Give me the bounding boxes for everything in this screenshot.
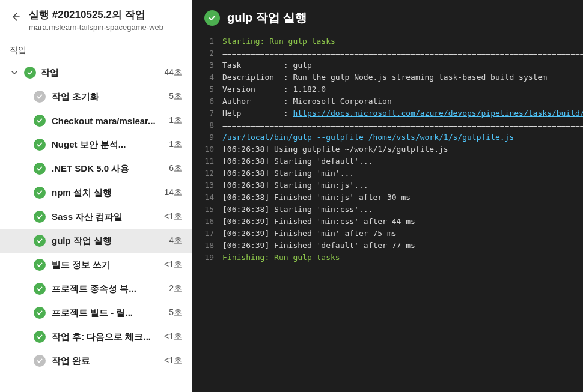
- job-group-label: 작업: [41, 67, 159, 79]
- success-icon: [34, 187, 46, 199]
- job-group-row[interactable]: 작업 44초: [0, 61, 192, 85]
- page-title: 실행 #20210525.2의 작업: [29, 8, 182, 22]
- line-number: 15: [192, 204, 222, 216]
- line-number: 3: [192, 59, 222, 71]
- line-text: Author : Microsoft Corporation: [222, 95, 392, 107]
- success-icon: [34, 259, 46, 271]
- log-line: 2=======================================…: [192, 47, 583, 59]
- task-row[interactable]: 빌드 정보 쓰기<1초: [0, 253, 192, 277]
- task-duration: <1초: [164, 355, 182, 366]
- log-area[interactable]: 1Starting: Run gulp tasks2==============…: [192, 35, 583, 392]
- line-text: ========================================…: [222, 119, 583, 131]
- line-text: [06:26:38] Starting 'default'...: [222, 155, 373, 167]
- line-text: Finishing: Run gulp tasks: [222, 252, 340, 264]
- sidebar: 실행 #20210525.2의 작업 mara.mslearn-tailspin…: [0, 0, 192, 392]
- task-label: 작업 초기화: [52, 91, 163, 103]
- task-label: gulp 작업 실행: [52, 235, 163, 247]
- log-line: 8=======================================…: [192, 119, 583, 131]
- log-line: 16[06:26:39] Finished 'min:css' after 44…: [192, 216, 583, 228]
- line-text: [06:26:39] Finished 'min:css' after 44 m…: [222, 216, 415, 228]
- line-text: Description : Run the gulp Node.js strea…: [222, 71, 547, 83]
- task-label: .NET SDK 5.0 사용: [52, 163, 163, 175]
- task-duration: <1초: [164, 259, 182, 270]
- log-line: 6Author : Microsoft Corporation: [192, 95, 583, 107]
- task-row[interactable]: 프로젝트 빌드 - 릴...5초: [0, 301, 192, 325]
- task-row[interactable]: 프로젝트 종속성 복...2초: [0, 277, 192, 301]
- success-icon: [34, 139, 46, 151]
- log-segment: [06:26:38] Finished 'min:js' after 30 ms: [222, 193, 411, 202]
- task-label: Nuget 보안 분석...: [52, 139, 163, 151]
- line-number: 8: [192, 119, 222, 131]
- log-segment: [06:26:38] Using gulpfile ~/work/1/s/gul…: [222, 145, 448, 154]
- task-label: 프로젝트 종속성 복...: [52, 283, 163, 295]
- line-number: 6: [192, 95, 222, 107]
- success-icon: [204, 10, 220, 26]
- line-number: 5: [192, 83, 222, 95]
- line-text: [06:26:38] Starting 'min'...: [222, 167, 354, 179]
- log-segment: [06:26:38] Starting 'min:css'...: [222, 205, 373, 214]
- task-label: Sass 자산 컴파일: [52, 211, 158, 223]
- chevron-down-icon: [10, 68, 19, 77]
- line-text: [06:26:38] Starting 'min:js'...: [222, 179, 368, 191]
- line-text: [06:26:39] Finished 'min' after 75 ms: [222, 228, 397, 240]
- back-button[interactable]: [10, 10, 22, 24]
- task-duration: 14초: [164, 187, 182, 198]
- log-segment: [06:26:39] Finished 'min' after 75 ms: [222, 229, 397, 238]
- line-text: [06:26:38] Starting 'min:css'...: [222, 204, 373, 216]
- line-number: 16: [192, 216, 222, 228]
- success-icon: [24, 67, 36, 79]
- success-icon: [34, 331, 46, 343]
- line-text: Help : https://docs.microsoft.com/azure/…: [222, 107, 583, 119]
- line-text: Version : 1.182.0: [222, 83, 326, 95]
- log-segment: Help :: [222, 109, 293, 118]
- log-line: 11[06:26:38] Starting 'default'...: [192, 155, 583, 167]
- task-row[interactable]: 작업 초기화5초: [0, 85, 192, 109]
- log-line: 12[06:26:38] Starting 'min'...: [192, 167, 583, 179]
- task-row[interactable]: 작업 후: 다음으로 체크...<1초: [0, 325, 192, 349]
- task-duration: 1초: [169, 115, 182, 126]
- log-segment: [06:26:39] Finished 'min:css' after 44 m…: [222, 217, 415, 226]
- task-row[interactable]: Checkout mara/mslear...1초: [0, 109, 192, 133]
- log-segment: ========================================…: [222, 49, 583, 58]
- task-label: 작업 완료: [52, 355, 158, 367]
- line-number: 2: [192, 47, 222, 59]
- task-duration: 5초: [169, 91, 182, 102]
- line-text: /usr/local/bin/gulp --gulpfile /home/vst…: [222, 131, 514, 143]
- line-number: 13: [192, 179, 222, 191]
- log-line: 4Description : Run the gulp Node.js stre…: [192, 71, 583, 83]
- log-line: 13[06:26:38] Starting 'min:js'...: [192, 179, 583, 191]
- log-segment: Version : 1.182.0: [222, 85, 326, 94]
- line-number: 1: [192, 35, 222, 47]
- line-text: Task : gulp: [222, 59, 312, 71]
- task-label: 작업 후: 다음으로 체크...: [52, 331, 158, 343]
- main-title: gulp 작업 실행: [227, 10, 307, 26]
- page-subtitle: mara.mslearn-tailspin-spacegame-web: [29, 23, 182, 32]
- success-icon: [34, 235, 46, 247]
- task-duration: 5초: [169, 307, 182, 318]
- task-row[interactable]: Sass 자산 컴파일<1초: [0, 205, 192, 229]
- log-segment: Task : gulp: [222, 61, 312, 70]
- line-text: ========================================…: [222, 47, 583, 59]
- log-line: 1Starting: Run gulp tasks: [192, 35, 583, 47]
- task-duration: 1초: [169, 139, 182, 150]
- log-segment: ========================================…: [222, 121, 583, 130]
- task-row[interactable]: .NET SDK 5.0 사용6초: [0, 157, 192, 181]
- log-line: 3Task : gulp: [192, 59, 583, 71]
- success-icon: [34, 283, 46, 295]
- header-text: 실행 #20210525.2의 작업 mara.mslearn-tailspin…: [29, 8, 182, 32]
- task-row[interactable]: 작업 완료<1초: [0, 349, 192, 373]
- task-duration: <1초: [164, 331, 182, 342]
- task-row[interactable]: npm 설치 실행14초: [0, 181, 192, 205]
- line-text: [06:26:39] Finished 'default' after 77 m…: [222, 240, 415, 252]
- task-list: 작업 초기화5초Checkout mara/mslear...1초Nuget 보…: [0, 85, 192, 392]
- task-row[interactable]: Nuget 보안 분석...1초: [0, 133, 192, 157]
- success-icon: [34, 115, 46, 127]
- task-duration: 6초: [169, 163, 182, 174]
- help-link[interactable]: https://docs.microsoft.com/azure/devops/…: [293, 109, 583, 118]
- task-row[interactable]: gulp 작업 실행4초: [0, 229, 192, 253]
- task-duration: <1초: [164, 211, 182, 222]
- log-segment: Description : Run the gulp Node.js strea…: [222, 73, 547, 82]
- log-line: 7Help : https://docs.microsoft.com/azure…: [192, 107, 583, 119]
- success-icon: [34, 307, 46, 319]
- line-number: 17: [192, 228, 222, 240]
